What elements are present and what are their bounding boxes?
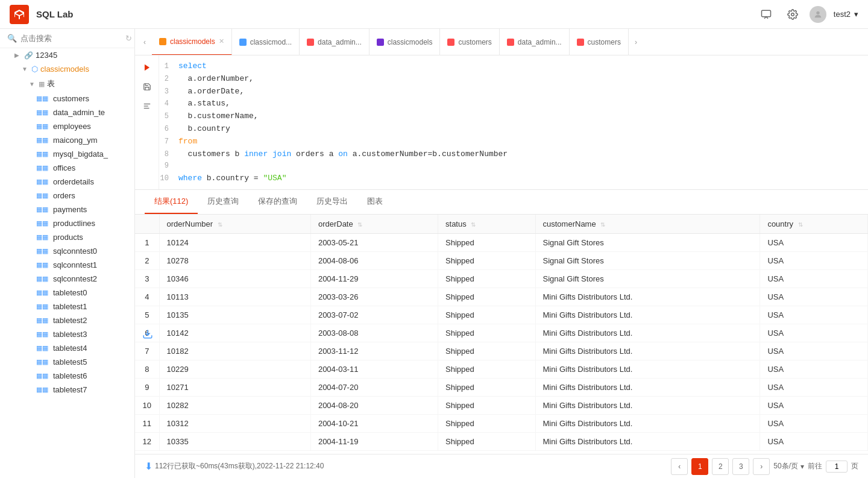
table-label: tabletest0 [53,288,87,297]
line-number: 3 [159,86,178,98]
table-label: sqlconntest2 [53,274,97,283]
sidebar: 🔍 ↻ ▶ 🔗 12345 ▼ ⬡ classicmodels ▼ ▦ 表 [0,29,135,478]
sidebar-item-orderdetails[interactable]: ▦▦orderdetails [0,175,134,189]
sidebar-item-products[interactable]: ▦▦products [0,230,134,244]
pagination-page-3[interactable]: 3 [732,458,749,475]
table-row: 9102712004-07-20ShippedMini Gifts Distri… [135,379,868,397]
pagination-page-1[interactable]: 1 [691,458,708,475]
sidebar-item-tabletest3[interactable]: ▦▦tabletest3 [0,327,134,341]
result-tab-图表[interactable]: 图表 [357,190,392,214]
sidebar-item-classicmodels[interactable]: ▼ ⬡ classicmodels [0,62,134,76]
search-input[interactable] [20,34,122,43]
page-size-selector: 50条/页 ▾ [773,461,804,471]
table-label: customers [53,94,89,103]
cell-orderDate: 2004-11-19 [310,433,438,451]
table-label: tabletest5 [53,357,87,366]
tab-6[interactable]: data_admin... [500,29,570,55]
tab-db-icon [377,39,384,46]
code-line-2: 2 a.orderNumber, [159,73,868,86]
col-header-orderNumber[interactable]: orderNumber ⇅ [159,215,310,234]
sidebar-item-tabletest5[interactable]: ▦▦tabletest5 [0,355,134,369]
tab-close-button[interactable]: ✕ [219,37,224,45]
col-header-status[interactable]: status ⇅ [438,215,536,234]
result-tab-历史导出[interactable]: 历史导出 [307,190,357,214]
tab-db-icon [239,39,247,46]
sql-code[interactable]: 1select2 a.orderNumber,3 a.orderDate,4 a… [159,55,868,189]
cell-status: Shipped [438,324,536,342]
tab-2[interactable]: classicmod... [232,29,300,55]
table-label: products [53,233,83,242]
cell-country: USA [760,306,868,324]
cell-orderDate: 2004-08-06 [310,252,438,270]
cell-orderNumber: 10135 [159,306,310,324]
cell-country: USA [760,324,868,342]
page-size-dropdown-icon[interactable]: ▾ [800,462,804,471]
sidebar-item-tabletest2[interactable]: ▦▦tabletest2 [0,313,134,327]
settings-icon[interactable] [783,5,802,24]
sidebar-item-payments[interactable]: ▦▦payments [0,203,134,216]
col-header-country[interactable]: country ⇅ [760,215,868,234]
pagination-page-input[interactable] [826,461,848,473]
table-label: tabletest3 [53,330,87,339]
tab-5[interactable]: customers [440,29,499,55]
sidebar-item-tabletest7[interactable]: ▦▦tabletest7 [0,383,134,397]
sidebar-item-data_admin_te[interactable]: ▦▦data_admin_te [0,105,134,119]
sidebar-item-sqlconntest1[interactable]: ▦▦sqlconntest1 [0,258,134,272]
tab-label: data_admin... [518,38,562,46]
tree-root-item[interactable]: ▶ 🔗 12345 [0,48,134,62]
sidebar-item-employees[interactable]: ▦▦employees [0,119,134,133]
format-button[interactable] [140,99,154,113]
save-button[interactable] [140,80,154,94]
pagination-next-button[interactable]: › [753,458,770,475]
col-header-customerName[interactable]: customerName ⇅ [535,215,760,234]
notifications-icon[interactable] [756,5,776,24]
tab-db-icon [307,39,314,46]
cell-country: USA [760,360,868,379]
tab-7[interactable]: customers [570,29,629,55]
result-tab-保存的查询[interactable]: 保存的查询 [248,190,307,214]
refresh-icon[interactable]: ↻ [125,34,132,43]
sidebar-item-customers[interactable]: ▦▦customers [0,92,134,105]
table-icon: ▦▦ [36,150,48,158]
tab-label: classicmodels [388,38,433,46]
tab-3[interactable]: data_admin... [300,29,370,55]
sidebar-search-bar[interactable]: 🔍 ↻ [0,29,134,48]
run-button[interactable] [140,60,154,75]
sidebar-item-tabletest1[interactable]: ▦▦tabletest1 [0,300,134,313]
col-header-orderDate[interactable]: orderDate ⇅ [310,215,438,234]
sidebar-item-orders[interactable]: ▦▦orders [0,189,134,203]
result-tab-结果(112)[interactable]: 结果(112) [145,190,198,214]
table-label: productlines [53,219,95,228]
row-number: 11 [135,415,159,433]
download-icon[interactable] [142,329,153,341]
user-menu[interactable]: test2 ▾ [834,10,858,19]
sidebar-item-productlines[interactable]: ▦▦productlines [0,216,134,230]
tab-4[interactable]: classicmodels [370,29,441,55]
table-icon: ▦▦ [36,219,48,227]
result-tab-历史查询[interactable]: 历史查询 [198,190,248,214]
sidebar-item-tabletest0[interactable]: ▦▦tabletest0 [0,286,134,300]
cell-country: USA [760,415,868,433]
sql-editor: 1select2 a.orderNumber,3 a.orderDate,4 a… [135,55,868,190]
tabs-next-button[interactable]: › [629,35,643,49]
cell-orderDate: 2003-05-21 [310,234,438,252]
code-text: b.customerName, [178,110,259,123]
sidebar-item-mysql_bigdata_[interactable]: ▦▦mysql_bigdata_ [0,147,134,161]
sidebar-item-tabletest4[interactable]: ▦▦tabletest4 [0,341,134,355]
tabs-prev-button[interactable]: ‹ [137,35,152,49]
tab-1[interactable]: classicmodels✕ [152,29,232,55]
pagination-page-2[interactable]: 2 [712,458,729,475]
table-icon: ▦▦ [36,261,48,269]
sidebar-section-tables[interactable]: ▼ ▦ 表 [0,76,134,92]
code-line-1: 1select [159,60,868,73]
row-number: 10 [135,397,159,415]
sidebar-item-maicong_ym[interactable]: ▦▦maicong_ym [0,133,134,147]
sidebar-item-tabletest6[interactable]: ▦▦tabletest6 [0,369,134,383]
sidebar-item-sqlconntest0[interactable]: ▦▦sqlconntest0 [0,244,134,258]
section-label: 表 [47,78,55,89]
row-number: 5 [135,306,159,324]
sidebar-item-sqlconntest2[interactable]: ▦▦sqlconntest2 [0,272,134,286]
code-text: a.status, [178,98,230,110]
pagination-prev-button[interactable]: ‹ [671,458,688,475]
sidebar-item-offices[interactable]: ▦▦offices [0,161,134,175]
